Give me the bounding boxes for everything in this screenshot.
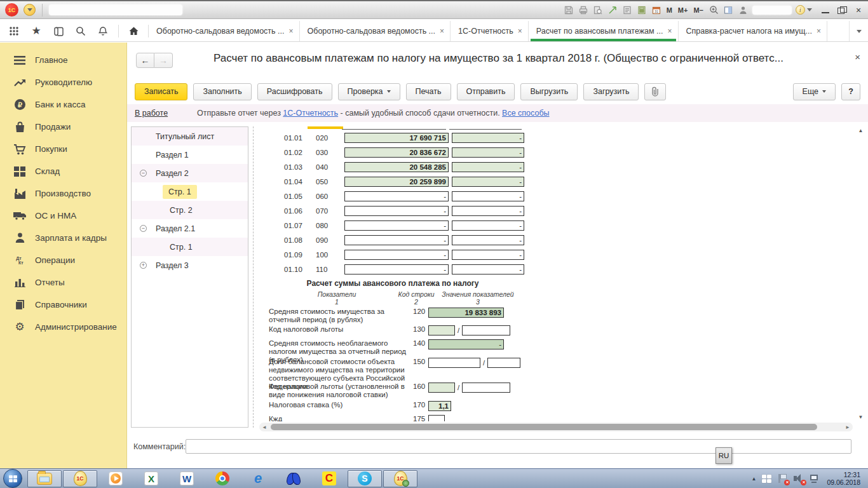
taskbar-app-ie[interactable]: e: [241, 470, 275, 487]
sidebar-item-10[interactable]: Дт Кт Операции: [0, 249, 126, 271]
taskbar-app-skype[interactable]: S: [348, 470, 382, 487]
calculator-icon[interactable]: [637, 5, 647, 15]
minimize-button[interactable]: [821, 6, 830, 14]
value-field[interactable]: 19 833 893: [428, 308, 504, 318]
save-button[interactable]: Записать: [135, 83, 187, 100]
get-link-icon[interactable]: [607, 5, 618, 15]
network-icon[interactable]: [810, 474, 821, 484]
memory-minus-icon[interactable]: M−: [693, 5, 704, 15]
save-icon[interactable]: [564, 5, 574, 15]
taskbar-app-explorer[interactable]: [27, 470, 62, 487]
comment-input[interactable]: [186, 439, 851, 454]
back-button[interactable]: ←: [136, 53, 154, 68]
tree-expander-icon[interactable]: [140, 225, 147, 232]
windows-flag-icon[interactable]: [762, 475, 771, 483]
search-icon[interactable]: [74, 25, 87, 37]
scroll-right-icon[interactable]: ►: [844, 424, 851, 430]
go-to-link-icon[interactable]: [622, 5, 632, 15]
value-field[interactable]: -: [344, 191, 449, 201]
action-center-icon[interactable]: [777, 474, 788, 484]
tab-5[interactable]: Справка-расчет налога на имущ... ×: [679, 21, 827, 41]
taskbar-app-consultant[interactable]: C: [312, 470, 346, 487]
tree-item[interactable]: Раздел 2: [132, 164, 248, 182]
main-menu-button[interactable]: [24, 4, 36, 16]
value2-field[interactable]: [487, 358, 520, 368]
send-button[interactable]: Отправить: [457, 83, 515, 100]
tree-item[interactable]: Раздел 3: [132, 256, 248, 274]
sidebar-item-3[interactable]: ₽ Банк и касса: [0, 93, 126, 116]
tab-close-icon[interactable]: ×: [668, 27, 672, 36]
calendar-icon[interactable]: 31: [651, 5, 661, 15]
value-field[interactable]: -: [344, 264, 449, 274]
close-window-button[interactable]: ×: [854, 6, 863, 14]
scroll-left-icon[interactable]: ◄: [261, 424, 268, 430]
status-badge[interactable]: В работе: [135, 109, 168, 118]
value-field[interactable]: [428, 383, 455, 393]
taskbar-app-1c-remote[interactable]: 1С: [383, 470, 417, 487]
decode-button[interactable]: Расшифровать: [257, 83, 332, 100]
scrollbar-thumb[interactable]: [271, 424, 817, 430]
attachments-button[interactable]: [644, 83, 666, 100]
taskbar-app-1c[interactable]: 1С: [63, 470, 97, 487]
value2-field[interactable]: -: [452, 147, 524, 158]
tab-close-icon[interactable]: ×: [817, 27, 821, 36]
sidebar-item-5[interactable]: Покупки: [0, 138, 126, 160]
tree-item[interactable]: Стр. 1: [132, 182, 248, 201]
vertical-scrollbar[interactable]: ▲ ▼: [856, 126, 865, 421]
sidebar-item-9[interactable]: Зарплата и кадры: [0, 227, 126, 249]
sidebar-item-11[interactable]: Отчеты: [0, 271, 126, 294]
tree-item[interactable]: Раздел 2.1: [132, 219, 248, 238]
language-indicator[interactable]: RU: [715, 447, 732, 464]
help-button[interactable]: ?: [841, 83, 860, 100]
value2-field[interactable]: -: [452, 162, 524, 172]
value-field[interactable]: -: [344, 220, 449, 231]
restore-button[interactable]: [837, 6, 846, 14]
sidebar-item-12[interactable]: Справочники: [0, 294, 126, 316]
value-field[interactable]: 20 836 672: [344, 147, 449, 158]
value2-field[interactable]: -: [452, 235, 524, 245]
tree-item[interactable]: Стр. 2: [132, 201, 248, 219]
value2-field[interactable]: -: [452, 264, 524, 274]
tab-3[interactable]: 1С-Отчетность ×: [451, 21, 529, 41]
all-methods-link[interactable]: Все способы: [502, 109, 549, 118]
taskbar-app-media-player[interactable]: [98, 470, 133, 487]
value-field[interactable]: -: [344, 250, 449, 260]
taskbar-app-word[interactable]: W: [170, 470, 204, 487]
favorites-star-icon[interactable]: ★: [30, 25, 43, 37]
value-field[interactable]: -: [344, 235, 449, 245]
panel-splitter[interactable]: [253, 126, 254, 428]
taskbar-app-butterfly[interactable]: [276, 470, 311, 487]
tab-close-icon[interactable]: ×: [440, 27, 444, 36]
1c-reporting-link[interactable]: 1С-Отчетность: [283, 109, 338, 118]
value2-field[interactable]: -: [452, 220, 524, 231]
sidebar-item-1[interactable]: Главное: [0, 49, 126, 71]
fill-button[interactable]: Заполнить: [193, 83, 251, 100]
memory-icon[interactable]: M: [666, 5, 673, 15]
value-field[interactable]: [428, 415, 445, 421]
sidebar-item-8[interactable]: ОС и НМА: [0, 205, 126, 227]
taskbar-clock[interactable]: 12:31 09.06.2018: [827, 471, 863, 486]
zoom-icon[interactable]: [709, 5, 719, 15]
value2-field[interactable]: -: [452, 250, 524, 260]
value2-field[interactable]: -: [452, 133, 524, 143]
tab-list-button[interactable]: [849, 21, 868, 41]
scroll-down-icon[interactable]: ▼: [856, 414, 865, 420]
value2-field[interactable]: [462, 325, 510, 336]
tree-expander-icon[interactable]: [140, 262, 147, 269]
tab-2[interactable]: Оборотно-сальдовая ведомость ... ×: [300, 21, 451, 41]
more-button[interactable]: Еще: [793, 83, 836, 100]
close-form-icon[interactable]: ×: [855, 51, 860, 62]
home-icon[interactable]: [127, 25, 140, 37]
menu-grid-icon[interactable]: [8, 25, 20, 37]
sidebar-item-7[interactable]: Производство: [0, 182, 126, 205]
volume-muted-icon[interactable]: [794, 474, 804, 484]
value2-field[interactable]: -: [452, 191, 524, 201]
print-icon[interactable]: [578, 5, 588, 15]
horizontal-scrollbar[interactable]: ◄ ►: [259, 423, 853, 431]
value-field[interactable]: 20 259 899: [344, 177, 449, 187]
value-field[interactable]: [428, 325, 455, 336]
check-button[interactable]: Проверка: [338, 83, 400, 100]
tree-item[interactable]: Стр. 1: [132, 238, 248, 256]
value-field[interactable]: 1,1: [428, 401, 451, 411]
print-button[interactable]: Печать: [406, 83, 451, 100]
